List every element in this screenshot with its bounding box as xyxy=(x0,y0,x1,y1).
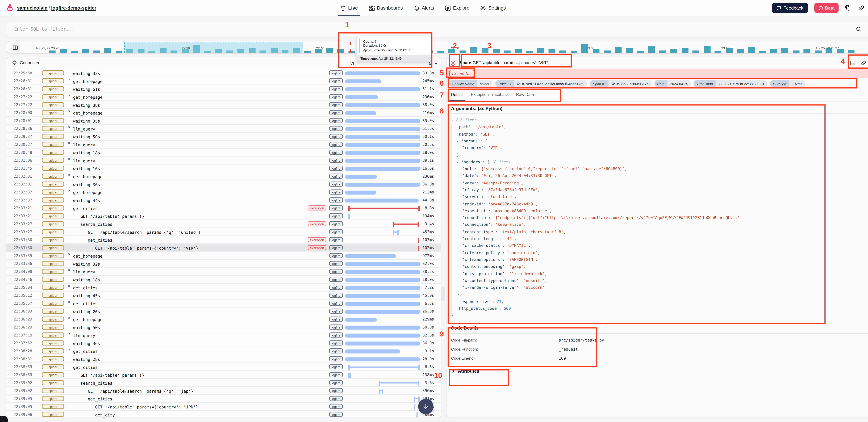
trace-row[interactable]: 22:38:28spider+get_citieslogfire3.1s xyxy=(6,347,441,355)
span-name[interactable]: waiting 50s xyxy=(73,135,100,140)
histogram-bar[interactable] xyxy=(748,47,755,53)
trace-row[interactable]: 22:39:02spider−search_citieslogfire3.8s xyxy=(6,379,441,387)
histogram-bar[interactable] xyxy=(526,51,533,53)
trace-row[interactable]: 22:37:19spider+llm_querylogfire32.6s xyxy=(6,331,441,339)
span-name[interactable]: get_homepage xyxy=(73,95,102,100)
histogram-bar[interactable] xyxy=(60,49,67,53)
trace-row[interactable]: 22:35:04spider+get_citieslogfire7.2s xyxy=(6,284,441,292)
tab-raw-data[interactable]: Raw Data xyxy=(516,92,534,101)
logfire-tag[interactable]: logfire xyxy=(329,380,343,385)
histogram-bar[interactable] xyxy=(537,48,544,53)
span-name[interactable]: waiting 36s xyxy=(73,182,100,187)
trace-row[interactable]: 22:38:31spiderwaiting 28slogfire28.0s xyxy=(6,355,441,363)
service-tag[interactable]: spider xyxy=(42,293,64,298)
service-tag[interactable]: spider xyxy=(42,324,64,330)
logfire-tag[interactable]: logfire xyxy=(329,412,343,417)
beta-badge[interactable]: Beta xyxy=(814,3,838,13)
logfire-tag[interactable]: logfire xyxy=(329,213,343,219)
logfire-tag[interactable]: logfire xyxy=(329,316,343,322)
service-tag[interactable]: spider xyxy=(42,70,64,76)
histogram-bar[interactable] xyxy=(559,50,566,53)
span-name[interactable]: waiting 26s xyxy=(73,309,100,314)
service-tag[interactable]: spider xyxy=(42,285,64,290)
service-tag[interactable]: spider xyxy=(42,221,64,226)
logfire-tag[interactable]: logfire xyxy=(329,364,343,369)
service-tag[interactable]: spider xyxy=(42,348,64,354)
service-tag[interactable]: spider xyxy=(42,396,64,401)
histogram-bar[interactable] xyxy=(770,49,777,53)
span-name[interactable]: waiting 18s xyxy=(73,150,100,156)
histogram-bar[interactable] xyxy=(460,50,466,53)
service-tag[interactable]: spider xyxy=(42,380,64,385)
service-tag[interactable]: spider xyxy=(42,205,64,210)
trace-row[interactable]: 22:25:58spiderwaiting 33slogfire33.0s xyxy=(6,69,441,77)
nav-item-settings[interactable]: Settings xyxy=(480,0,506,16)
span-name[interactable]: get_cities xyxy=(73,349,98,354)
logfire-tag[interactable]: logfire xyxy=(329,110,343,115)
trace-row[interactable]: 22:39:05spider−get_citieslogfire591ms xyxy=(6,395,441,403)
trace-row[interactable]: 22:33:27spider−search_citiesexceptionlog… xyxy=(6,220,441,228)
service-tag[interactable]: spider xyxy=(42,78,64,84)
timeline-selection[interactable] xyxy=(124,43,303,53)
span-name[interactable]: get_cities xyxy=(88,397,112,402)
histogram-bar[interactable] xyxy=(82,49,89,53)
span-name[interactable]: get_homepage xyxy=(73,111,102,116)
trace-row[interactable]: 22:33:35spider+get_homepagelogfire972ms xyxy=(6,252,441,260)
span-name[interactable]: GET '/api/table' params={'country': 'VIR… xyxy=(95,246,198,251)
exception-tag[interactable]: exception xyxy=(308,237,326,243)
panel-resizer-handle[interactable]: ⋮ xyxy=(441,286,445,301)
histogram-bar[interactable] xyxy=(326,48,333,53)
trace-row[interactable]: 22:36:29spiderwaiting 50slogfire50.0s xyxy=(6,323,441,331)
search-icon[interactable] xyxy=(856,26,862,32)
histogram-bar[interactable] xyxy=(515,49,522,53)
histogram-bar[interactable] xyxy=(493,49,499,53)
span-name[interactable]: llm_query xyxy=(73,142,95,147)
trace-row[interactable]: 22:33:27spiderGET '/api/table/search' pa… xyxy=(6,228,441,236)
service-tag[interactable]: spider xyxy=(42,253,64,258)
logfire-tag[interactable]: logfire xyxy=(329,237,343,243)
trace-row[interactable]: 22:32:37spider+get_homepagelogfire212ms xyxy=(6,189,441,196)
histogram-bar[interactable] xyxy=(604,50,611,53)
histogram-bar[interactable] xyxy=(470,47,477,53)
trace-row[interactable]: 22:26:31spider+get_homepagelogfire245ms xyxy=(6,77,441,85)
logfire-tag[interactable]: logfire xyxy=(329,293,343,298)
histogram-bar[interactable] xyxy=(793,50,799,53)
nav-item-explore[interactable]: Explore xyxy=(445,0,469,16)
span-name[interactable]: GET '/api/table' params={'country': 'JPN… xyxy=(95,404,198,410)
nav-item-alerts[interactable]: Alerts xyxy=(413,0,434,16)
service-tag[interactable]: spider xyxy=(42,372,64,377)
service-tag[interactable]: spider xyxy=(42,118,64,123)
service-tag[interactable]: spider xyxy=(42,301,64,306)
sql-filter-input[interactable]: Enter SQL to filter... xyxy=(14,27,74,32)
service-tag[interactable]: spider xyxy=(42,190,64,195)
service-tag[interactable]: spider xyxy=(42,181,64,187)
histogram-bar[interactable] xyxy=(104,48,111,53)
service-tag[interactable]: spider xyxy=(42,356,64,362)
logfire-tag[interactable]: logfire xyxy=(329,70,343,76)
logfire-tag[interactable]: logfire xyxy=(329,142,343,147)
histogram-bar[interactable] xyxy=(337,49,344,53)
histogram-bar[interactable] xyxy=(781,48,788,53)
timeline-histogram[interactable]: Apr 25, 22:20:26 Apr 25, 23:20:27 22:302… xyxy=(6,41,868,54)
breadcrumb-project-link[interactable]: logfire-demo-spider xyxy=(51,5,96,10)
view-dropdown-fragment[interactable]: Vi xyxy=(350,61,354,66)
service-tag[interactable]: spider xyxy=(42,364,64,369)
service-tag[interactable]: spider xyxy=(42,229,64,234)
histogram-bar[interactable] xyxy=(637,51,644,53)
span-name[interactable]: GET '/api/table' params={} xyxy=(81,214,144,219)
service-tag[interactable]: spider xyxy=(42,412,64,417)
service-tag[interactable]: spider xyxy=(42,166,64,171)
histogram-bar[interactable] xyxy=(704,46,710,53)
logfire-tag[interactable]: logfire xyxy=(329,197,343,203)
trace-row[interactable]: 22:28:00spider+get_homepagelogfire216ms xyxy=(6,109,441,117)
service-tag[interactable]: spider xyxy=(42,94,64,100)
trace-row[interactable]: 22:34:08spider+llm_querylogfire38.2s xyxy=(6,268,441,276)
share-link-icon[interactable] xyxy=(858,4,865,11)
service-tag[interactable]: spider xyxy=(42,269,64,274)
attributes-section[interactable]: Attributes xyxy=(451,368,868,378)
logfire-tag[interactable]: logfire xyxy=(329,285,343,290)
logfire-tag[interactable]: logfire xyxy=(329,86,343,91)
logfire-tag[interactable]: logfire xyxy=(329,372,343,377)
logfire-tag[interactable]: logfire xyxy=(329,396,343,401)
histogram-bar[interactable] xyxy=(737,49,744,53)
